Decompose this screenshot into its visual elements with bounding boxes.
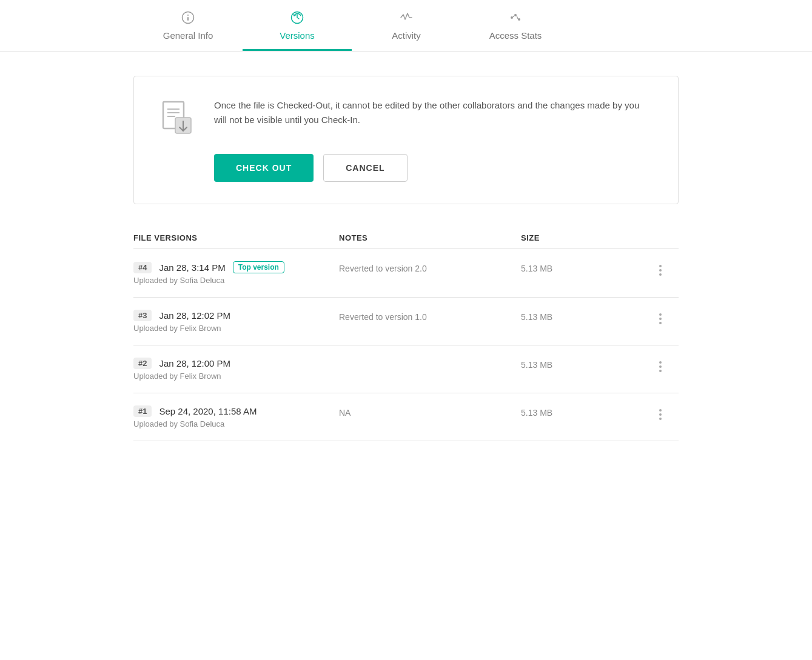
more-options-icon <box>659 312 662 324</box>
checkout-button[interactable]: CHECK OUT <box>214 154 314 182</box>
version-notes <box>339 358 521 360</box>
tabs-bar: General Info Versions Activity <box>0 0 812 52</box>
version-top-line: #3 Jan 28, 12:02 PM <box>133 310 339 321</box>
version-top-line: #4 Jan 28, 3:14 PM Top version <box>133 261 339 273</box>
version-menu-button[interactable] <box>642 358 679 372</box>
col-actions <box>642 233 679 242</box>
svg-rect-1 <box>187 17 189 21</box>
version-date: Jan 28, 12:00 PM <box>159 358 230 368</box>
version-size: 5.13 MB <box>521 261 642 273</box>
version-top-line: #2 Jan 28, 12:00 PM <box>133 358 339 369</box>
version-notes: Reverted to version 1.0 <box>339 310 521 322</box>
table-row: #3 Jan 28, 12:02 PM Uploaded by Felix Br… <box>133 298 679 345</box>
version-size: 5.13 MB <box>521 310 642 322</box>
version-menu-button[interactable] <box>642 261 679 276</box>
version-date: Jan 28, 12:02 PM <box>159 310 230 321</box>
version-notes: NA <box>339 405 521 418</box>
version-number-badge: #1 <box>133 405 152 417</box>
tab-versions[interactable]: Versions <box>243 0 352 51</box>
top-version-badge: Top version <box>233 261 284 273</box>
version-info: #1 Sep 24, 2020, 11:58 AM Uploaded by So… <box>133 405 339 428</box>
version-info: #3 Jan 28, 12:02 PM Uploaded by Felix Br… <box>133 310 339 333</box>
table-row: #1 Sep 24, 2020, 11:58 AM Uploaded by So… <box>133 393 679 441</box>
version-number-badge: #3 <box>133 310 152 321</box>
col-size: SIZE <box>521 233 642 242</box>
notice-inner: Once the file is Checked-Out, it cannot … <box>158 98 654 137</box>
versions-table-header: FILE VERSIONS NOTES SIZE <box>133 233 679 249</box>
version-uploader: Uploaded by Sofia Deluca <box>133 276 339 285</box>
tab-general-info[interactable]: General Info <box>133 0 243 51</box>
checkout-notice-box: Once the file is Checked-Out, it cannot … <box>133 76 679 204</box>
tab-access-stats-label: Access Stats <box>489 30 542 41</box>
version-size: 5.13 MB <box>521 358 642 370</box>
notice-actions: CHECK OUT CANCEL <box>158 154 408 182</box>
version-uploader: Uploaded by Felix Brown <box>133 372 339 381</box>
version-size: 5.13 MB <box>521 405 642 418</box>
table-row: #2 Jan 28, 12:00 PM Uploaded by Felix Br… <box>133 345 679 393</box>
svg-point-6 <box>518 18 520 21</box>
version-number-badge: #2 <box>133 358 152 369</box>
activity-icon <box>400 11 413 27</box>
main-content: Once the file is Checked-Out, it cannot … <box>0 52 812 465</box>
svg-point-5 <box>514 14 517 16</box>
version-notes: Reverted to version 2.0 <box>339 261 521 273</box>
version-info: #2 Jan 28, 12:00 PM Uploaded by Felix Br… <box>133 358 339 381</box>
version-top-line: #1 Sep 24, 2020, 11:58 AM <box>133 405 339 417</box>
col-file-versions: FILE VERSIONS <box>133 233 339 242</box>
tab-access-stats[interactable]: Access Stats <box>461 0 570 51</box>
tab-versions-label: Versions <box>280 30 315 41</box>
version-date: Jan 28, 3:14 PM <box>159 262 225 273</box>
more-options-icon <box>659 264 662 276</box>
more-options-icon <box>659 408 662 420</box>
checkout-file-icon <box>158 98 197 137</box>
version-uploader: Uploaded by Felix Brown <box>133 324 339 333</box>
svg-rect-2 <box>187 15 189 16</box>
tab-activity[interactable]: Activity <box>352 0 461 51</box>
version-number-badge: #4 <box>133 262 152 273</box>
tab-activity-label: Activity <box>392 30 421 41</box>
table-row: #4 Jan 28, 3:14 PM Top version Uploaded … <box>133 249 679 298</box>
svg-point-4 <box>511 16 513 19</box>
svg-line-7 <box>513 16 514 17</box>
versions-icon <box>290 11 304 27</box>
info-icon <box>181 11 195 27</box>
version-menu-button[interactable] <box>642 310 679 324</box>
svg-line-8 <box>517 16 518 19</box>
more-options-icon <box>659 360 662 372</box>
tab-general-info-label: General Info <box>163 30 213 41</box>
checkout-notice-text: Once the file is Checked-Out, it cannot … <box>214 98 654 127</box>
access-stats-icon <box>509 11 522 27</box>
version-date: Sep 24, 2020, 11:58 AM <box>159 406 257 416</box>
version-menu-button[interactable] <box>642 405 679 420</box>
cancel-button[interactable]: CANCEL <box>323 154 407 182</box>
version-uploader: Uploaded by Sofia Deluca <box>133 419 339 428</box>
version-info: #4 Jan 28, 3:14 PM Top version Uploaded … <box>133 261 339 285</box>
col-notes: NOTES <box>339 233 521 242</box>
